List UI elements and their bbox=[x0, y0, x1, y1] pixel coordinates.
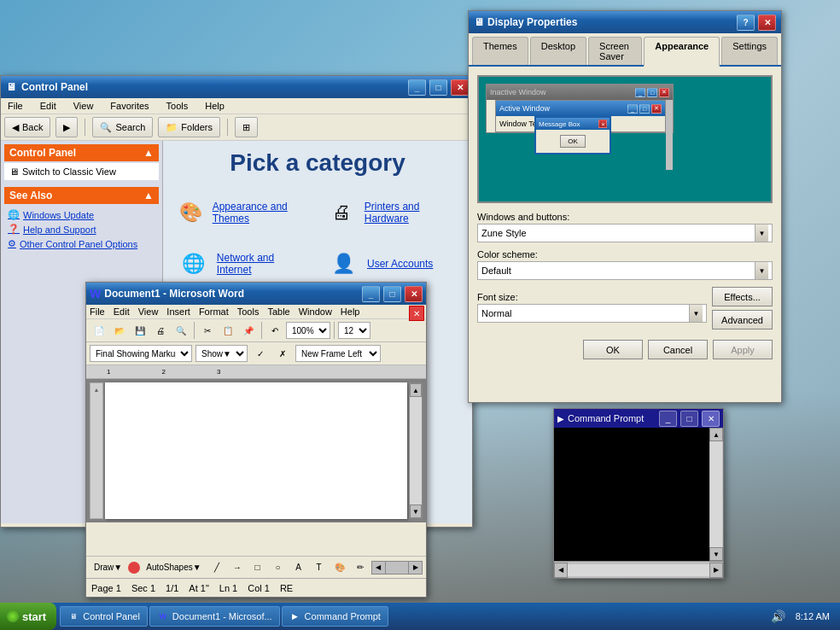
word-menu-table[interactable]: Table bbox=[267, 306, 289, 317]
copy-btn[interactable]: 📋 bbox=[219, 321, 237, 340]
word-menu-window[interactable]: Window bbox=[299, 306, 332, 317]
word-minimize[interactable]: _ bbox=[362, 286, 380, 302]
apply-button[interactable]: Apply bbox=[713, 340, 773, 359]
help-support-link[interactable]: ❓ Help and Support bbox=[8, 222, 155, 236]
rect-tool[interactable]: □ bbox=[248, 558, 267, 577]
dp-close-button[interactable]: ✕ bbox=[758, 15, 776, 31]
category-appearance[interactable]: 🎨 Appearance and Themes bbox=[172, 190, 314, 235]
undo-btn[interactable]: ↶ bbox=[265, 321, 284, 340]
style-select[interactable]: Final Showing Markup bbox=[90, 345, 192, 362]
tab-appearance[interactable]: Appearance bbox=[644, 37, 720, 67]
paste-btn[interactable]: 📌 bbox=[239, 321, 258, 340]
folders-button[interactable]: 📁 Folders bbox=[158, 117, 220, 137]
menu-help[interactable]: Help bbox=[201, 100, 228, 112]
word-doc-close[interactable]: ✕ bbox=[409, 306, 424, 321]
line-color-tool[interactable]: ✏ bbox=[351, 558, 370, 577]
tab-screensaver[interactable]: Screen Saver bbox=[588, 37, 642, 65]
users-label: User Accounts bbox=[367, 258, 433, 270]
windows-buttons-select[interactable]: Zune Style ▼ bbox=[477, 224, 773, 242]
taskbar-item-cmd[interactable]: ▶ Command Prompt bbox=[282, 606, 388, 627]
arrow-tool[interactable]: → bbox=[228, 558, 247, 577]
ok-button[interactable]: OK bbox=[583, 340, 643, 359]
word-close[interactable]: ✕ bbox=[405, 286, 423, 302]
vscroll-down[interactable]: ▼ bbox=[410, 505, 422, 518]
menu-view[interactable]: View bbox=[70, 100, 97, 112]
word-menu-format[interactable]: Format bbox=[199, 306, 229, 317]
cmd-maximize[interactable]: □ bbox=[680, 411, 698, 427]
switch-classic-view[interactable]: 🖥 Switch to Classic View bbox=[4, 163, 159, 180]
cmd-minimize[interactable]: _ bbox=[659, 411, 677, 427]
other-options-link[interactable]: ⚙ Other Control Panel Options bbox=[8, 236, 155, 251]
category-printers[interactable]: 🖨 Printers and Hardware bbox=[321, 190, 464, 235]
color-scheme-select[interactable]: Default ▼ bbox=[477, 261, 773, 280]
cmd-scroll-up[interactable]: ▲ bbox=[709, 428, 723, 441]
frame-select[interactable]: New Frame Left bbox=[295, 345, 381, 362]
speaker-icon: 🔊 bbox=[771, 610, 785, 623]
autoshapes-btn[interactable]: AutoShapes▼ bbox=[142, 558, 205, 577]
start-button[interactable]: start bbox=[0, 603, 56, 630]
forward-button[interactable]: ▶ bbox=[55, 117, 78, 137]
tab-themes[interactable]: Themes bbox=[472, 37, 528, 65]
word-hscroll[interactable]: ◀ ▶ bbox=[371, 561, 423, 575]
word-page[interactable] bbox=[105, 382, 407, 519]
menu-file[interactable]: File bbox=[4, 100, 26, 112]
effects-button[interactable]: Effects... bbox=[712, 287, 773, 306]
save-btn[interactable]: 💾 bbox=[131, 321, 149, 340]
category-users[interactable]: 👤 User Accounts bbox=[321, 242, 464, 286]
close-button[interactable]: ✕ bbox=[451, 79, 469, 96]
tab-desktop[interactable]: Desktop bbox=[530, 37, 586, 65]
line-tool[interactable]: ╱ bbox=[207, 558, 226, 577]
print-preview-btn[interactable]: 🔍 bbox=[172, 321, 190, 340]
back-button[interactable]: ◀ Back bbox=[4, 117, 50, 137]
word-menu-help[interactable]: Help bbox=[341, 306, 360, 317]
mb-ok-button[interactable]: OK bbox=[560, 135, 586, 148]
font-size-select[interactable]: Normal ▼ bbox=[477, 304, 707, 323]
cut-btn[interactable]: ✂ bbox=[198, 321, 217, 340]
menu-tools[interactable]: Tools bbox=[163, 100, 192, 112]
cmd-scroll-down[interactable]: ▼ bbox=[709, 547, 723, 561]
view-button[interactable]: ⊞ bbox=[235, 117, 258, 137]
hscroll-right[interactable]: ▶ bbox=[408, 562, 422, 574]
cmd-content-area[interactable] bbox=[554, 428, 723, 563]
word-vscroll[interactable]: ▲ ▼ bbox=[409, 382, 423, 519]
draw-btn[interactable]: Draw▼ bbox=[90, 558, 126, 577]
font-size-select[interactable]: 12 bbox=[338, 322, 370, 339]
category-network[interactable]: 🌐 Network and Internet bbox=[172, 242, 314, 286]
open-btn[interactable]: 📂 bbox=[110, 321, 129, 340]
fill-color-tool[interactable]: 🎨 bbox=[330, 558, 349, 577]
show-select[interactable]: Show▼ bbox=[195, 345, 248, 362]
minimize-button[interactable]: _ bbox=[408, 79, 426, 96]
word-menu-edit[interactable]: Edit bbox=[114, 306, 130, 317]
new-doc-btn[interactable]: 📄 bbox=[90, 321, 108, 340]
dp-help-button[interactable]: ? bbox=[737, 15, 755, 31]
cancel-button[interactable]: Cancel bbox=[648, 340, 708, 359]
inactive-minimize: _ bbox=[635, 88, 645, 97]
print-btn[interactable]: 🖨 bbox=[151, 321, 170, 340]
word-maximize[interactable]: □ bbox=[383, 286, 401, 302]
wordart-tool[interactable]: A bbox=[289, 558, 308, 577]
word-menu-insert[interactable]: Insert bbox=[166, 306, 190, 317]
taskbar-item-word[interactable]: W Document1 - Microsof... bbox=[149, 606, 280, 627]
cmd-close[interactable]: ✕ bbox=[702, 411, 720, 427]
word-menu-view[interactable]: View bbox=[138, 306, 159, 317]
tab-settings[interactable]: Settings bbox=[721, 37, 778, 65]
cmd-hscroll-right[interactable]: ▶ bbox=[709, 563, 723, 578]
search-button[interactable]: 🔍 Search bbox=[92, 117, 153, 137]
accept-btn[interactable]: ✓ bbox=[251, 344, 270, 363]
text-box-tool[interactable]: T bbox=[310, 558, 329, 577]
maximize-button[interactable]: □ bbox=[429, 79, 447, 96]
taskbar-item-control-panel[interactable]: 🖥 Control Panel bbox=[60, 606, 148, 627]
hscroll-left[interactable]: ◀ bbox=[372, 562, 386, 574]
oval-tool[interactable]: ○ bbox=[269, 558, 288, 577]
word-menu-file[interactable]: File bbox=[90, 306, 105, 317]
menu-favorites[interactable]: Favorites bbox=[107, 100, 152, 112]
word-pointer-tool[interactable] bbox=[128, 562, 140, 574]
menu-edit[interactable]: Edit bbox=[37, 100, 60, 112]
windows-update-link[interactable]: 🌐 Windows Update bbox=[8, 207, 155, 222]
cmd-hscroll-left[interactable]: ◀ bbox=[554, 563, 568, 578]
reject-btn[interactable]: ✗ bbox=[273, 344, 292, 363]
vscroll-up[interactable]: ▲ bbox=[410, 383, 422, 397]
word-menu-tools[interactable]: Tools bbox=[237, 306, 260, 317]
zoom-select[interactable]: 100% bbox=[286, 322, 330, 339]
advanced-button[interactable]: Advanced bbox=[712, 310, 773, 330]
